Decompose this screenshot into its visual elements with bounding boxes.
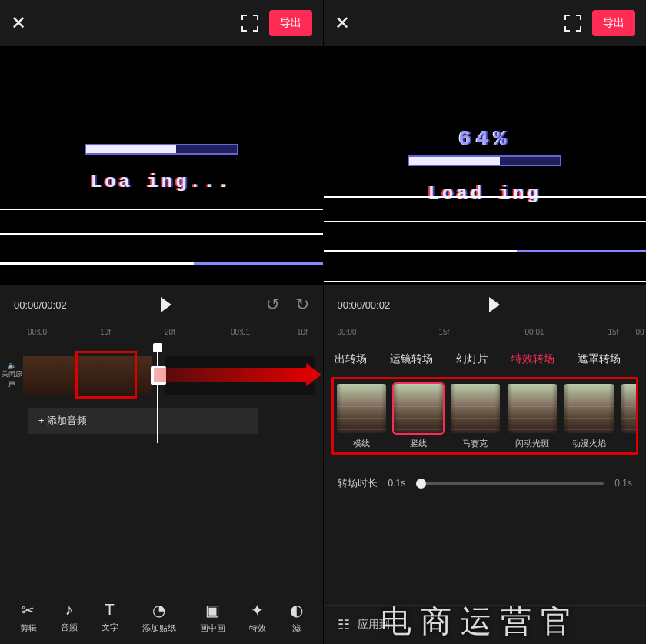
tool-pip[interactable]: ▣画中画 [200, 601, 225, 634]
screen-left: ✕ 导出 Loa ing... 00:00/00:02 ↻ ↻ 00:00 10… [0, 0, 323, 644]
fullscreen-icon[interactable] [564, 15, 581, 32]
tab-mask-transition[interactable]: 遮罩转场 [578, 352, 621, 366]
playback-controls: 00:00/00:02 ↻ ↻ [0, 285, 323, 325]
sparkle-icon: ✦ [251, 601, 264, 619]
transition-duration-row: 转场时长 0.1s 0.1s [324, 459, 647, 490]
note-icon: ♪ [65, 601, 73, 619]
close-icon[interactable]: ✕ [11, 14, 29, 32]
preview-loading-text: Loa ing... [0, 172, 323, 192]
time-ruler[interactable]: 00:00 15f 00:01 15f 00 [324, 325, 647, 342]
duration-slider[interactable] [416, 482, 604, 485]
ruler-mark: 00:00 [28, 328, 47, 336]
ruler-mark: 10f [297, 328, 308, 336]
bottom-toolbar: ✂剪辑 ♪音频 T文字 ◔添加贴纸 ▣画中画 ✦特效 ◐滤 [0, 590, 323, 644]
export-button[interactable]: 导出 [269, 10, 312, 36]
text-icon: T [105, 601, 115, 619]
play-button[interactable] [67, 297, 266, 312]
effect-horizontal-lines[interactable]: 横线 [337, 384, 386, 449]
preview-percent: 64% [324, 127, 647, 151]
duration-label: 转场时长 [338, 476, 378, 490]
transition-effects-grid: 横线 竖线 马赛克 闪动光斑 动漫火焰 云 [331, 377, 639, 455]
duration-value: 0.1s [388, 478, 406, 489]
effect-grid-highlight: 横线 竖线 马赛克 闪动光斑 动漫火焰 云 [324, 374, 647, 459]
playhead[interactable] [157, 349, 158, 443]
tab-effect-transition[interactable]: 特效转场 [511, 352, 554, 366]
export-button[interactable]: 导出 [592, 10, 635, 36]
apply-all-label: 应用到 [358, 618, 390, 632]
tool-effects[interactable]: ✦特效 [249, 601, 266, 634]
undo-icon[interactable]: ↻ [266, 295, 280, 315]
timeline[interactable]: 🔈关闭原声 │ + 添加音频 [0, 342, 323, 457]
video-preview[interactable]: 64% Load ing [324, 46, 647, 285]
tool-text[interactable]: T文字 [102, 601, 118, 633]
screen-right: ✕ 导出 64% Load ing 00:00/00:02 00:00 15f … [323, 0, 647, 644]
topbar: ✕ 导出 [324, 0, 647, 46]
add-audio-button[interactable]: + 添加音频 [28, 408, 258, 434]
mute-original-audio[interactable]: 🔈关闭原声 [0, 362, 23, 389]
effect-vertical-lines[interactable]: 竖线 [394, 384, 443, 449]
effect-anime-fire[interactable]: 动漫火焰 [564, 384, 614, 449]
tab-slideshow[interactable]: 幻灯片 [456, 352, 488, 366]
ruler-mark: 00 [636, 328, 644, 336]
ruler-mark: 15f [608, 328, 619, 336]
tab-out-transition[interactable]: 出转场 [335, 352, 367, 366]
scissors-icon: ✂ [22, 601, 35, 619]
redo-icon[interactable]: ↻ [295, 295, 309, 315]
ruler-mark: 10f [100, 328, 111, 336]
effect-flash-spot[interactable]: 闪动光斑 [508, 384, 557, 449]
annotation-red-arrow [154, 368, 308, 382]
play-button[interactable] [390, 297, 598, 312]
preview-loading-text: Load ing [324, 183, 647, 204]
pip-icon: ▣ [205, 601, 220, 619]
filter-icon: ◐ [290, 601, 303, 619]
ruler-mark: 00:01 [231, 328, 250, 336]
duration-max: 0.1s [614, 478, 632, 489]
effect-mosaic[interactable]: 马赛克 [451, 384, 500, 449]
topbar-right: 导出 [241, 10, 312, 36]
ruler-mark: 00:00 [338, 328, 357, 336]
topbar-right: 导出 [564, 10, 635, 36]
apply-to-all-row[interactable]: ☷ 应用到 [324, 605, 647, 644]
time-ruler[interactable]: 00:00 10f 20f 00:01 10f [0, 325, 323, 342]
annotation-red-box [75, 351, 137, 399]
ruler-mark: 00:01 [525, 328, 544, 336]
ruler-mark: 15f [439, 328, 450, 336]
video-preview[interactable]: Loa ing... [0, 46, 323, 285]
playback-controls: 00:00/00:02 [324, 285, 647, 325]
transition-category-tabs: 出转场 运镜转场 幻灯片 特效转场 遮罩转场 [324, 342, 647, 374]
tool-filter[interactable]: ◐滤 [290, 601, 303, 634]
close-icon[interactable]: ✕ [335, 14, 353, 32]
topbar: ✕ 导出 [0, 0, 323, 46]
fullscreen-icon[interactable] [241, 15, 258, 32]
tool-sticker[interactable]: ◔添加贴纸 [142, 601, 176, 634]
timecode: 00:00/00:02 [14, 299, 67, 311]
timecode: 00:00/00:02 [338, 299, 391, 311]
ruler-mark: 20f [165, 328, 175, 336]
tool-audio[interactable]: ♪音频 [61, 601, 78, 633]
stack-icon: ☷ [338, 616, 350, 633]
tool-cut[interactable]: ✂剪辑 [20, 601, 37, 634]
effect-cloud[interactable]: 云 [621, 384, 639, 449]
sticker-icon: ◔ [152, 601, 165, 619]
tab-camera-transition[interactable]: 运镜转场 [390, 352, 433, 366]
